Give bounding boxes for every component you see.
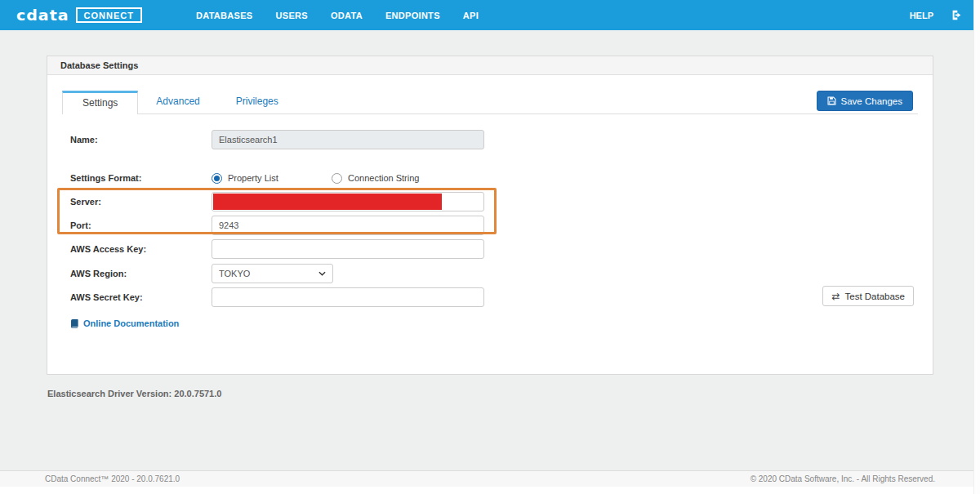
- aws-region-label: AWS Region:: [70, 269, 212, 278]
- footer-version-text: CData Connect™ 2020 - 20.0.7621.0: [45, 474, 180, 483]
- nav-item-databases[interactable]: DATABASES: [185, 11, 265, 20]
- aws-secret-key-label: AWS Secret Key:: [70, 292, 212, 302]
- aws-access-key-field[interactable]: [212, 239, 484, 259]
- tab-bar: Settings Advanced Privileges: [62, 91, 296, 114]
- radio-unselected-icon: [332, 173, 342, 184]
- port-label: Port:: [70, 220, 212, 230]
- driver-version-text: Elasticsearch Driver Version: 20.0.7571.…: [47, 389, 221, 398]
- test-database-label: Test Database: [844, 292, 905, 301]
- nav-item-endpoints[interactable]: ENDPOINTS: [374, 11, 452, 20]
- settings-format-label: Settings Format:: [70, 173, 212, 183]
- aws-region-row: AWS Region: TOKYO: [70, 264, 333, 283]
- connect-badge: CONNECT: [76, 7, 142, 23]
- chevron-down-icon: [318, 271, 326, 276]
- radio-selected-icon: [212, 173, 222, 184]
- page-content: Database Settings Settings Advanced Priv…: [0, 30, 980, 470]
- save-icon: [827, 96, 836, 105]
- aws-secret-key-row: AWS Secret Key:: [70, 287, 484, 307]
- server-field-wrap: [212, 192, 484, 211]
- aws-access-key-row: AWS Access Key:: [70, 239, 484, 259]
- scrollbar-track[interactable]: [973, 0, 980, 494]
- book-icon: [70, 319, 79, 328]
- save-changes-button[interactable]: Save Changes: [817, 91, 913, 111]
- server-label: Server:: [70, 197, 212, 207]
- server-row: Server:: [70, 192, 484, 211]
- nav-item-odata[interactable]: ODATA: [319, 11, 374, 20]
- online-documentation-label: Online Documentation: [83, 318, 179, 328]
- redaction-overlay: [213, 194, 442, 210]
- panel-title: Database Settings: [47, 56, 933, 75]
- nav-item-users[interactable]: USERS: [265, 11, 319, 20]
- nav-item-api[interactable]: API: [452, 11, 490, 20]
- test-database-button[interactable]: ⇄ Test Database: [822, 286, 914, 306]
- name-label: Name:: [70, 135, 212, 145]
- radio-connection-string-label: Connection String: [348, 173, 419, 183]
- docs-row: Online Documentation: [70, 314, 179, 333]
- top-navbar: cdata CONNECT DATABASES USERS ODATA ENDP…: [0, 0, 980, 30]
- port-field[interactable]: [212, 216, 484, 235]
- online-documentation-link[interactable]: Online Documentation: [70, 318, 179, 328]
- cdata-logo[interactable]: cdata CONNECT: [16, 7, 142, 23]
- settings-format-options: Property List Connection String: [212, 173, 452, 184]
- save-button-label: Save Changes: [841, 96, 902, 106]
- name-row: Name:: [70, 130, 484, 149]
- cdata-logo-text: cdata: [16, 7, 69, 22]
- tab-advanced[interactable]: Advanced: [138, 91, 217, 114]
- database-settings-panel: Database Settings Settings Advanced Priv…: [47, 56, 933, 375]
- radio-property-list[interactable]: Property List: [212, 173, 332, 184]
- nav-menu: DATABASES USERS ODATA ENDPOINTS API: [185, 11, 490, 20]
- port-row: Port:: [70, 216, 484, 235]
- aws-region-select[interactable]: TOKYO: [212, 264, 333, 283]
- radio-property-list-label: Property List: [228, 173, 278, 183]
- tab-settings[interactable]: Settings: [62, 91, 138, 114]
- navbar-right: HELP: [910, 10, 980, 20]
- settings-format-row: Settings Format: Property List Connectio…: [70, 168, 452, 188]
- help-link[interactable]: HELP: [910, 11, 933, 20]
- name-field: [212, 130, 484, 149]
- aws-access-key-label: AWS Access Key:: [70, 244, 212, 254]
- aws-region-value: TOKYO: [219, 269, 250, 278]
- panel-body: Settings Advanced Privileges Save Change…: [47, 75, 933, 374]
- page-footer: CData Connect™ 2020 - 20.0.7621.0 © 2020…: [0, 470, 980, 487]
- radio-connection-string[interactable]: Connection String: [332, 173, 452, 184]
- exchange-arrows-icon: ⇄: [831, 291, 840, 302]
- bottom-strip: [0, 487, 980, 494]
- sign-out-icon[interactable]: [951, 10, 962, 20]
- footer-copyright-text: © 2020 CData Software, Inc. - All Rights…: [751, 474, 935, 483]
- aws-secret-key-field[interactable]: [212, 287, 484, 307]
- tab-privileges[interactable]: Privileges: [218, 91, 296, 114]
